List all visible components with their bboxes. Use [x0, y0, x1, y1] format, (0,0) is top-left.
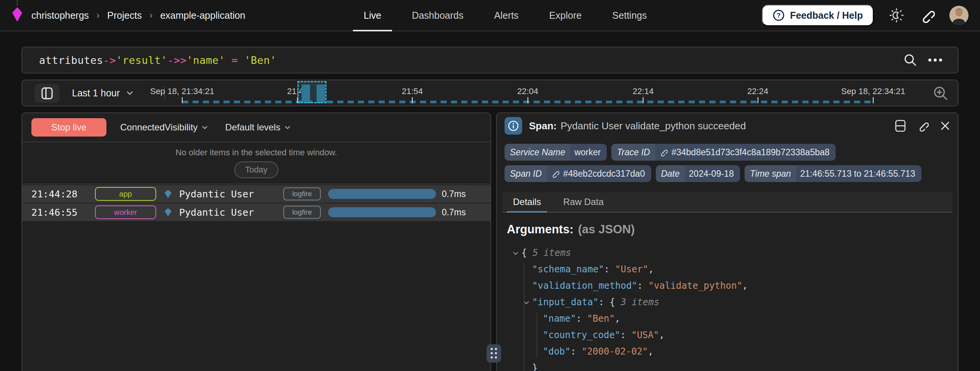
time-range-dropdown[interactable]: Last 1 hour	[72, 80, 134, 106]
meta-badge-label: Span ID	[505, 165, 547, 182]
theme-toggle-icon[interactable]	[888, 7, 905, 24]
json-punc: }	[532, 363, 537, 371]
breadcrumb-item[interactable]: example-application	[160, 10, 245, 21]
duration-bar	[328, 189, 436, 199]
log-row[interactable]: 21:46:55workerPydantic Userlogfire0.7ms	[22, 203, 490, 221]
json-str: "validate_python"	[648, 280, 742, 291]
logfire-logo[interactable]	[11, 0, 23, 31]
timeline-tick-mark	[182, 97, 183, 103]
visibility-dropdown[interactable]: Visibility	[165, 122, 208, 133]
search-icon[interactable]	[903, 53, 917, 67]
meta-badge-value: #48eb2cdcdc317da0	[547, 169, 651, 179]
link-icon[interactable]	[659, 148, 668, 156]
indent-guide	[537, 313, 537, 358]
panel-resize-handle[interactable]	[487, 344, 501, 363]
scope-badge: logfire	[283, 187, 321, 200]
share-link-icon[interactable]	[920, 8, 935, 23]
arguments-subtitle: (as JSON)	[578, 223, 635, 236]
log-title: Pydantic User	[179, 189, 254, 200]
nav-tab-alerts[interactable]: Alerts	[483, 0, 529, 31]
timeline-selection[interactable]	[297, 81, 327, 103]
query-bar[interactable]: attributes->'result'->>'name' = 'Ben'	[21, 47, 959, 73]
default-levels-dropdown[interactable]: Default levels	[225, 122, 291, 133]
breadcrumb: christophergs›Projects›example-applicati…	[31, 10, 245, 21]
arguments-json-tree: { 5 items"schema_name": "User","validati…	[507, 245, 948, 371]
timeline-track[interactable]: Sep 18, 21:34:2121:4421:5422:0422:1422:2…	[182, 80, 873, 103]
date-chip: Today	[234, 161, 278, 178]
feedback-help-label: Feedback / Help	[790, 10, 863, 21]
sidebar-toggle-button[interactable]	[34, 84, 60, 103]
query-input[interactable]: attributes->'result'->>'name' = 'Ben'	[39, 54, 903, 66]
timeline-tick-label: Sep 18, 21:34:21	[150, 86, 214, 96]
timeline-tick-mark	[412, 97, 413, 103]
nav-tab-dashboards[interactable]: Dashboards	[401, 0, 474, 31]
collapse-caret-icon[interactable]	[512, 250, 521, 257]
sidebar-toggle-icon	[41, 87, 53, 99]
json-key: "country_code"	[543, 330, 620, 340]
meta-value-text: worker	[574, 147, 601, 158]
copy-link-icon[interactable]	[917, 120, 929, 132]
query-token: 'name'	[186, 54, 225, 66]
tab-details[interactable]: Details	[507, 192, 547, 212]
breadcrumb-item[interactable]: Projects	[107, 10, 142, 21]
user-avatar[interactable]	[949, 6, 969, 25]
more-options-icon[interactable]	[928, 58, 942, 62]
log-timestamp: 21:46:55	[31, 207, 77, 218]
nav-tabs: LiveDashboardsAlertsExploreSettings	[353, 0, 658, 31]
nav-tab-explore[interactable]: Explore	[539, 0, 593, 31]
feedback-help-button[interactable]: ? Feedback / Help	[762, 5, 874, 26]
stop-live-button[interactable]: Stop live	[31, 118, 106, 137]
query-token: 'Ben'	[244, 54, 276, 66]
empty-message: No older items in the selected time wind…	[176, 148, 337, 158]
json-line: "dob": "2000-02-02",	[507, 343, 948, 360]
span-diamond-icon	[165, 208, 172, 216]
json-key: "validation_method"	[532, 280, 637, 291]
tab-raw-data[interactable]: Raw Data	[557, 192, 609, 212]
nav-tab-live[interactable]: Live	[353, 0, 392, 31]
json-line: "input_data": { 3 items	[507, 294, 948, 311]
meta-value-text: #48eb2cdcdc317da0	[563, 169, 645, 179]
connection-status: Connected	[120, 122, 165, 133]
span-meta-badges: Service NameworkerTrace ID#34bd8e51d73c3…	[497, 138, 958, 182]
json-meta: 5 items	[532, 247, 571, 258]
json-key: "name"	[543, 313, 576, 324]
json-line: "validation_method": "validate_python",	[507, 278, 948, 294]
json-punc: {	[521, 247, 532, 258]
meta-badge-value: 21:46:55.713 to 21:46:55.713	[796, 169, 921, 179]
duration-label: 0.7ms	[442, 207, 466, 218]
json-punc: {	[609, 297, 621, 308]
link-icon[interactable]	[551, 169, 559, 178]
log-row[interactable]: 21:44:28appPydantic Userlogfire0.7ms	[22, 185, 490, 203]
timeline-tick-mark	[528, 97, 528, 103]
span-detail-panel: Span:Pydantic User validate_python succe…	[496, 112, 959, 371]
top-nav: christophergs›Projects›example-applicati…	[0, 0, 980, 31]
meta-badge-value: worker	[570, 147, 607, 158]
timeline-tick-label: 21:54	[402, 86, 423, 96]
brand-diamond-icon	[12, 7, 23, 23]
logo-stem	[17, 0, 18, 6]
timeline-tick-mark	[643, 97, 644, 103]
json-punc: ,	[742, 280, 748, 291]
log-title: Pydantic User	[179, 207, 254, 218]
timeline-tick-label: 22:24	[747, 86, 768, 96]
log-rows: 21:44:28appPydantic Userlogfire0.7ms21:4…	[22, 185, 490, 221]
close-icon[interactable]	[940, 121, 950, 131]
query-token: 'result'	[116, 54, 167, 66]
breadcrumb-item[interactable]: christophergs	[31, 10, 89, 21]
span-title: Span:Pydantic User validate_python succe…	[529, 120, 746, 132]
meta-badge-trace-id: Trace ID#34bd8e51d73c3f4c8a189b72338a5ba…	[611, 144, 836, 161]
json-punc: :	[570, 346, 581, 357]
help-circle-icon: ?	[773, 9, 785, 21]
service-badge: worker	[95, 205, 156, 219]
json-str: "User"	[615, 264, 648, 275]
log-timestamp: 21:44:28	[31, 189, 77, 200]
zoom-in-icon[interactable]	[933, 85, 949, 101]
split-view-icon[interactable]	[895, 120, 906, 132]
timeline-tick-mark	[873, 97, 874, 103]
detail-content: Arguments:(as JSON) { 5 items"schema_nam…	[497, 213, 958, 371]
timeline-tick-label: 22:14	[632, 86, 653, 96]
json-key: "dob"	[543, 346, 570, 357]
meta-badge-value: #34bd8e51d73c3f4c8a189b72338a5ba8	[655, 147, 836, 158]
nav-tab-settings[interactable]: Settings	[601, 0, 657, 31]
json-punc: :	[604, 264, 615, 275]
